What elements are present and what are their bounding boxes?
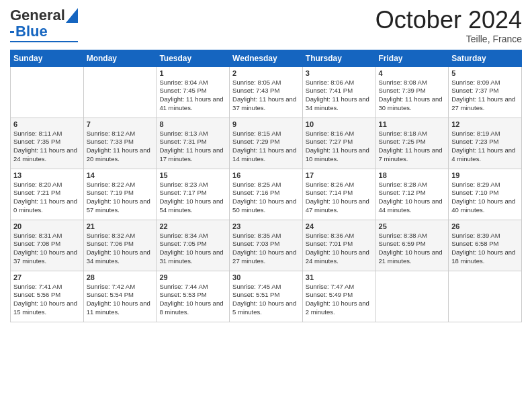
day-number: 27 <box>13 273 81 281</box>
calendar-cell: 9Sunrise: 8:15 AMSunset: 7:29 PMDaylight… <box>230 118 303 169</box>
day-info: Sunrise: 8:18 AMSunset: 7:25 PMDaylight:… <box>379 130 446 164</box>
day-info: Sunrise: 8:28 AMSunset: 7:12 PMDaylight:… <box>379 181 446 215</box>
col-header-monday: Monday <box>83 50 157 66</box>
day-info: Sunrise: 8:38 AMSunset: 6:59 PMDaylight:… <box>379 232 446 266</box>
day-number: 12 <box>451 120 519 128</box>
calendar-table: SundayMondayTuesdayWednesdayThursdayFrid… <box>10 50 522 322</box>
day-number: 20 <box>13 222 81 230</box>
day-info: Sunrise: 8:05 AMSunset: 7:43 PMDaylight:… <box>232 79 300 113</box>
day-number: 7 <box>87 120 154 128</box>
calendar-cell <box>375 271 449 322</box>
day-number: 1 <box>159 69 226 77</box>
logo-triangle-icon <box>66 8 78 23</box>
day-number: 25 <box>379 222 446 230</box>
page-header: General Blue October 2024 Teille, France <box>10 7 522 44</box>
calendar-cell: 20Sunrise: 8:31 AMSunset: 7:08 PMDayligh… <box>11 220 84 271</box>
calendar-cell: 18Sunrise: 8:28 AMSunset: 7:12 PMDayligh… <box>375 169 449 220</box>
logo: General Blue <box>10 7 78 42</box>
day-info: Sunrise: 8:31 AMSunset: 7:08 PMDaylight:… <box>13 232 81 266</box>
day-info: Sunrise: 8:19 AMSunset: 7:23 PMDaylight:… <box>451 130 519 164</box>
day-number: 26 <box>451 222 519 230</box>
day-number: 23 <box>232 222 300 230</box>
day-number: 8 <box>159 120 226 128</box>
col-header-wednesday: Wednesday <box>230 50 303 66</box>
day-number: 28 <box>87 273 154 281</box>
day-number: 2 <box>232 69 300 77</box>
day-number: 9 <box>232 120 300 128</box>
calendar-cell: 17Sunrise: 8:26 AMSunset: 7:14 PMDayligh… <box>302 169 375 220</box>
day-number: 17 <box>306 171 373 179</box>
col-header-thursday: Thursday <box>302 50 375 66</box>
col-header-saturday: Saturday <box>449 50 522 66</box>
day-number: 14 <box>87 171 154 179</box>
day-number: 16 <box>232 171 300 179</box>
calendar-cell: 19Sunrise: 8:29 AMSunset: 7:10 PMDayligh… <box>449 169 522 220</box>
day-number: 24 <box>306 222 373 230</box>
calendar-cell: 30Sunrise: 7:45 AMSunset: 5:51 PMDayligh… <box>230 271 303 322</box>
day-number: 19 <box>451 171 519 179</box>
day-info: Sunrise: 8:09 AMSunset: 7:37 PMDaylight:… <box>451 79 519 113</box>
calendar-cell: 12Sunrise: 8:19 AMSunset: 7:23 PMDayligh… <box>449 118 522 169</box>
day-info: Sunrise: 8:25 AMSunset: 7:16 PMDaylight:… <box>232 181 300 215</box>
day-info: Sunrise: 8:16 AMSunset: 7:27 PMDaylight:… <box>306 130 373 164</box>
day-info: Sunrise: 7:41 AMSunset: 5:56 PMDaylight:… <box>13 283 81 317</box>
calendar-cell: 31Sunrise: 7:47 AMSunset: 5:49 PMDayligh… <box>302 271 375 322</box>
day-number: 13 <box>13 171 81 179</box>
day-info: Sunrise: 8:26 AMSunset: 7:14 PMDaylight:… <box>306 181 373 215</box>
logo-general: General <box>10 7 65 24</box>
calendar-cell: 3Sunrise: 8:06 AMSunset: 7:41 PMDaylight… <box>302 66 375 118</box>
day-info: Sunrise: 8:13 AMSunset: 7:31 PMDaylight:… <box>159 130 226 164</box>
logo-blue: Blue <box>15 23 48 40</box>
day-info: Sunrise: 7:42 AMSunset: 5:54 PMDaylight:… <box>87 283 154 317</box>
calendar-cell <box>83 66 157 118</box>
calendar-cell: 22Sunrise: 8:34 AMSunset: 7:05 PMDayligh… <box>157 220 230 271</box>
calendar-cell: 27Sunrise: 7:41 AMSunset: 5:56 PMDayligh… <box>11 271 84 322</box>
calendar-cell: 26Sunrise: 8:39 AMSunset: 6:58 PMDayligh… <box>449 220 522 271</box>
day-info: Sunrise: 8:11 AMSunset: 7:35 PMDaylight:… <box>13 130 81 164</box>
day-info: Sunrise: 7:47 AMSunset: 5:49 PMDaylight:… <box>306 283 373 317</box>
calendar-cell: 4Sunrise: 8:08 AMSunset: 7:39 PMDaylight… <box>375 66 449 118</box>
day-number: 30 <box>232 273 300 281</box>
day-info: Sunrise: 7:45 AMSunset: 5:51 PMDaylight:… <box>232 283 300 317</box>
day-number: 18 <box>379 171 446 179</box>
calendar-cell: 2Sunrise: 8:05 AMSunset: 7:43 PMDaylight… <box>230 66 303 118</box>
calendar-cell: 24Sunrise: 8:36 AMSunset: 7:01 PMDayligh… <box>302 220 375 271</box>
calendar-cell <box>449 271 522 322</box>
day-info: Sunrise: 8:35 AMSunset: 7:03 PMDaylight:… <box>232 232 300 266</box>
day-number: 5 <box>451 69 519 77</box>
calendar-cell: 11Sunrise: 8:18 AMSunset: 7:25 PMDayligh… <box>375 118 449 169</box>
svg-marker-0 <box>66 8 78 23</box>
day-info: Sunrise: 8:08 AMSunset: 7:39 PMDaylight:… <box>379 79 446 113</box>
calendar-cell: 1Sunrise: 8:04 AMSunset: 7:45 PMDaylight… <box>157 66 230 118</box>
day-info: Sunrise: 8:32 AMSunset: 7:06 PMDaylight:… <box>87 232 154 266</box>
title-block: October 2024 Teille, France <box>375 7 522 44</box>
calendar-cell: 16Sunrise: 8:25 AMSunset: 7:16 PMDayligh… <box>230 169 303 220</box>
day-info: Sunrise: 8:12 AMSunset: 7:33 PMDaylight:… <box>87 130 154 164</box>
calendar-cell: 21Sunrise: 8:32 AMSunset: 7:06 PMDayligh… <box>83 220 157 271</box>
day-info: Sunrise: 8:20 AMSunset: 7:21 PMDaylight:… <box>13 181 81 215</box>
calendar-cell: 28Sunrise: 7:42 AMSunset: 5:54 PMDayligh… <box>83 271 157 322</box>
calendar-cell: 29Sunrise: 7:44 AMSunset: 5:53 PMDayligh… <box>157 271 230 322</box>
day-number: 21 <box>87 222 154 230</box>
col-header-friday: Friday <box>375 50 449 66</box>
calendar-cell: 10Sunrise: 8:16 AMSunset: 7:27 PMDayligh… <box>302 118 375 169</box>
day-number: 15 <box>159 171 226 179</box>
calendar-cell: 23Sunrise: 8:35 AMSunset: 7:03 PMDayligh… <box>230 220 303 271</box>
col-header-tuesday: Tuesday <box>157 50 230 66</box>
month-title: October 2024 <box>375 7 522 34</box>
calendar-cell: 13Sunrise: 8:20 AMSunset: 7:21 PMDayligh… <box>11 169 84 220</box>
calendar-cell: 7Sunrise: 8:12 AMSunset: 7:33 PMDaylight… <box>83 118 157 169</box>
day-number: 10 <box>306 120 373 128</box>
day-info: Sunrise: 8:06 AMSunset: 7:41 PMDaylight:… <box>306 79 373 113</box>
calendar-cell: 15Sunrise: 8:23 AMSunset: 7:17 PMDayligh… <box>157 169 230 220</box>
day-info: Sunrise: 8:22 AMSunset: 7:19 PMDaylight:… <box>87 181 154 215</box>
day-info: Sunrise: 7:44 AMSunset: 5:53 PMDaylight:… <box>159 283 226 317</box>
col-header-sunday: Sunday <box>11 50 84 66</box>
location: Teille, France <box>375 34 522 44</box>
day-info: Sunrise: 8:36 AMSunset: 7:01 PMDaylight:… <box>306 232 373 266</box>
day-number: 22 <box>159 222 226 230</box>
calendar-cell: 14Sunrise: 8:22 AMSunset: 7:19 PMDayligh… <box>83 169 157 220</box>
day-info: Sunrise: 8:39 AMSunset: 6:58 PMDaylight:… <box>451 232 519 266</box>
day-number: 3 <box>306 69 373 77</box>
day-info: Sunrise: 8:29 AMSunset: 7:10 PMDaylight:… <box>451 181 519 215</box>
